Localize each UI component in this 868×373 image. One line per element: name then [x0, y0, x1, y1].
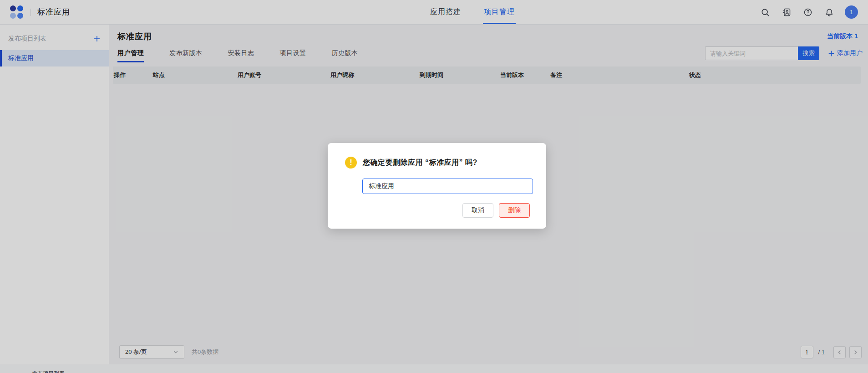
dialog-title: 您确定要删除应用 “标准应用” 吗?: [363, 158, 477, 168]
delete-confirm-dialog: ! 您确定要删除应用 “标准应用” 吗? 取消 删除: [328, 143, 546, 229]
delete-button[interactable]: 删除: [499, 203, 530, 218]
confirm-app-name-input[interactable]: [362, 179, 533, 194]
dialog-header: ! 您确定要删除应用 “标准应用” 吗?: [328, 143, 546, 169]
app-root: 标准应用 应用搭建 项目管理: [0, 0, 868, 373]
warning-icon: !: [345, 157, 357, 169]
cancel-button[interactable]: 取消: [462, 203, 493, 218]
dialog-footer: 取消 删除: [328, 194, 546, 218]
